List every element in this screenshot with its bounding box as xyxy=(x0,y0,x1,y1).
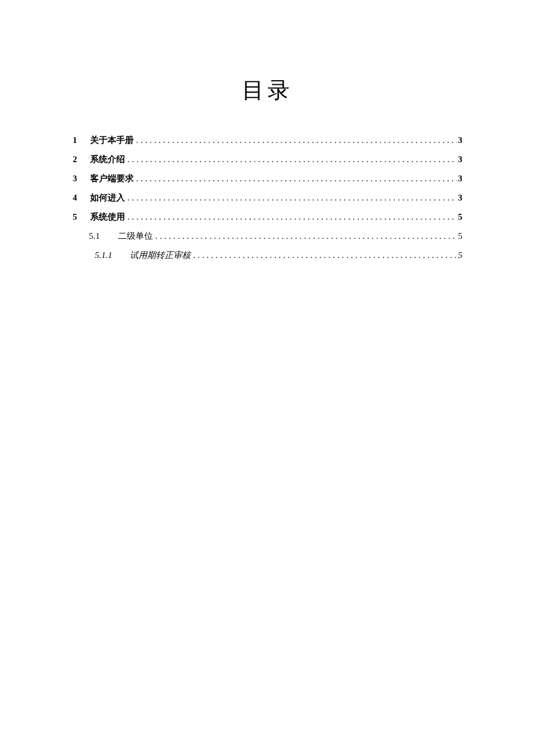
toc-leader-dots xyxy=(193,248,457,262)
toc-number: 4 xyxy=(73,191,90,205)
toc-number: 2 xyxy=(73,152,90,166)
toc-page-number: 3 xyxy=(457,152,463,166)
toc-page-number: 5 xyxy=(457,229,463,243)
toc-page-number: 5 xyxy=(457,248,463,262)
toc-entry-2[interactable]: 2 系统介绍 3 xyxy=(73,152,462,166)
toc-label: 二级单位 xyxy=(118,229,155,243)
toc-number: 5.1 xyxy=(89,229,118,243)
toc-entry-3[interactable]: 3 客户端要求 3 xyxy=(73,171,462,185)
toc-page-number: 3 xyxy=(457,191,463,205)
toc-entry-4[interactable]: 4 如何进入 3 xyxy=(73,191,462,205)
toc-entry-5-1-1[interactable]: 5.1.1 试用期转正审核 5 xyxy=(73,248,462,262)
toc-leader-dots xyxy=(127,191,457,205)
toc-label: 试用期转正审核 xyxy=(130,248,193,262)
toc-leader-dots xyxy=(136,171,457,185)
toc-leader-dots xyxy=(127,152,457,166)
toc-number: 5.1.1 xyxy=(95,248,130,262)
toc-page-number: 3 xyxy=(457,171,463,185)
document-page: 目录 1 关于本手册 3 2 系统介绍 3 3 客户端要求 3 4 如何进入 3 xyxy=(0,0,535,262)
toc-entry-1[interactable]: 1 关于本手册 3 xyxy=(73,133,462,147)
toc-label: 系统使用 xyxy=(90,210,127,224)
toc-entry-5-1[interactable]: 5.1 二级单位 5 xyxy=(73,229,462,243)
toc-label: 关于本手册 xyxy=(90,133,136,147)
toc-leader-dots xyxy=(155,229,457,243)
toc-label: 系统介绍 xyxy=(90,152,127,166)
toc-page-number: 3 xyxy=(457,133,463,147)
toc-leader-dots xyxy=(136,133,457,147)
toc-number: 1 xyxy=(73,133,90,147)
toc-label: 如何进入 xyxy=(90,191,127,205)
toc-entry-5[interactable]: 5 系统使用 5 xyxy=(73,210,462,224)
table-of-contents: 1 关于本手册 3 2 系统介绍 3 3 客户端要求 3 4 如何进入 3 5 … xyxy=(73,133,462,262)
page-title: 目录 xyxy=(73,76,462,105)
toc-number: 5 xyxy=(73,210,90,224)
toc-page-number: 5 xyxy=(457,210,463,224)
toc-label: 客户端要求 xyxy=(90,171,136,185)
toc-number: 3 xyxy=(73,171,90,185)
toc-leader-dots xyxy=(127,210,457,224)
